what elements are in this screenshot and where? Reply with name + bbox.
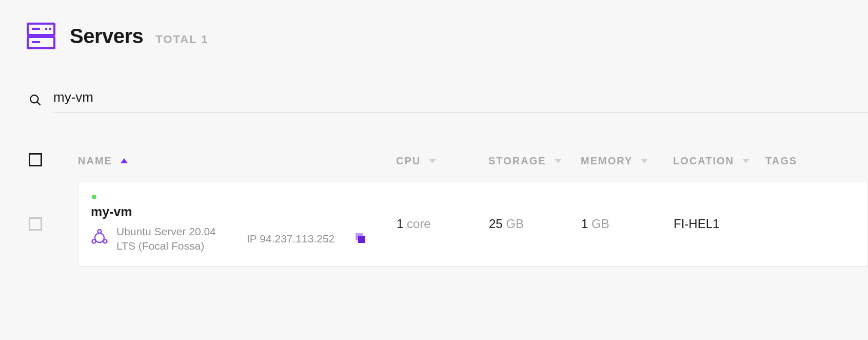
- svg-point-11: [104, 240, 107, 243]
- memory-cell: 1 GB: [581, 217, 674, 231]
- servers-table: NAME CPU STORAGE MEMORY LOCATION TAGS: [27, 153, 868, 267]
- table-row: my-vm Ubuntu Server 20.04 LTS (Focal Fos…: [27, 182, 868, 267]
- storage-cell: 25 GB: [489, 217, 581, 231]
- cpu-value: 1: [397, 217, 403, 231]
- search-input[interactable]: [53, 89, 868, 105]
- server-os: Ubuntu Server 20.04 LTS (Focal Fossa): [116, 224, 224, 254]
- column-header-location[interactable]: LOCATION: [673, 155, 765, 167]
- column-label: CPU: [396, 155, 421, 167]
- column-header-name[interactable]: NAME: [78, 155, 396, 167]
- search-icon: [29, 93, 42, 109]
- svg-rect-13: [358, 236, 365, 243]
- column-header-storage[interactable]: STORAGE: [488, 155, 581, 167]
- cpu-unit: core: [407, 217, 431, 231]
- column-label: TAGS: [765, 155, 797, 167]
- svg-rect-3: [49, 28, 51, 30]
- svg-rect-1: [28, 37, 54, 48]
- row-checkbox[interactable]: [29, 217, 42, 231]
- svg-rect-2: [45, 28, 47, 30]
- location-value: FI-HEL1: [674, 217, 719, 231]
- chevron-down-icon: [429, 159, 436, 163]
- column-header-memory[interactable]: MEMORY: [581, 155, 673, 167]
- svg-point-10: [92, 240, 96, 243]
- chevron-down-icon: [742, 159, 749, 163]
- column-label: MEMORY: [581, 155, 633, 167]
- total-count-label: TOTAL 1: [155, 33, 208, 46]
- chevron-down-icon: [555, 159, 562, 163]
- status-indicator-icon: [92, 195, 96, 199]
- server-name: my-vm: [91, 204, 388, 219]
- page-title: Servers: [70, 25, 143, 48]
- page-header: Servers TOTAL 1: [27, 23, 868, 49]
- svg-point-8: [95, 233, 104, 242]
- sort-asc-icon: [121, 158, 128, 163]
- table-header-row: NAME CPU STORAGE MEMORY LOCATION TAGS: [27, 153, 868, 182]
- column-header-cpu[interactable]: CPU: [396, 155, 488, 167]
- svg-point-9: [98, 230, 102, 233]
- server-card[interactable]: my-vm Ubuntu Server 20.04 LTS (Focal Fos…: [78, 182, 868, 267]
- search-bar: [27, 89, 868, 113]
- svg-line-7: [37, 102, 41, 105]
- column-label: STORAGE: [488, 155, 546, 167]
- ubuntu-icon: [91, 229, 108, 249]
- server-ip: IP 94.237.113.252: [247, 233, 334, 245]
- storage-value: 25: [489, 217, 503, 231]
- select-all-checkbox[interactable]: [29, 153, 42, 166]
- memory-unit: GB: [591, 217, 609, 231]
- location-cell: FI-HEL1: [674, 217, 766, 231]
- chevron-down-icon: [641, 159, 648, 163]
- column-label: NAME: [78, 155, 112, 167]
- svg-rect-5: [32, 41, 40, 43]
- svg-point-6: [30, 95, 38, 103]
- cpu-cell: 1 core: [397, 217, 489, 231]
- svg-rect-4: [32, 28, 40, 30]
- column-label: LOCATION: [673, 155, 734, 167]
- copy-icon[interactable]: [354, 232, 366, 246]
- storage-unit: GB: [506, 217, 524, 231]
- servers-icon: [27, 23, 55, 49]
- column-header-tags[interactable]: TAGS: [765, 155, 827, 167]
- memory-value: 1: [581, 217, 588, 231]
